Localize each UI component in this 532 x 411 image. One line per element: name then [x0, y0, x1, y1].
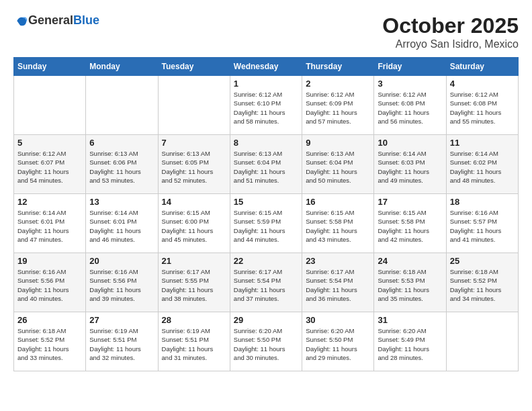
logo-icon: [15, 14, 28, 28]
weekday-header-thursday: Thursday: [302, 58, 374, 76]
day-info: Sunrise: 6:18 AM Sunset: 5:52 PM Dayligh…: [17, 326, 82, 362]
calendar-week-5: 26Sunrise: 6:18 AM Sunset: 5:52 PM Dayli…: [14, 312, 519, 371]
day-number: 23: [306, 256, 370, 266]
weekday-header-monday: Monday: [86, 58, 158, 76]
weekday-header-sunday: Sunday: [14, 58, 86, 76]
day-info: Sunrise: 6:17 AM Sunset: 5:54 PM Dayligh…: [306, 267, 370, 303]
day-number: 31: [378, 315, 442, 325]
calendar-cell: 25Sunrise: 6:18 AM Sunset: 5:52 PM Dayli…: [446, 253, 518, 312]
calendar-cell: 27Sunrise: 6:19 AM Sunset: 5:51 PM Dayli…: [86, 312, 158, 371]
calendar-cell: 10Sunrise: 6:14 AM Sunset: 6:03 PM Dayli…: [374, 135, 446, 194]
title-area: October 2025 Arroyo San Isidro, Mexico: [382, 13, 519, 50]
day-info: Sunrise: 6:15 AM Sunset: 5:58 PM Dayligh…: [306, 208, 370, 244]
calendar-cell: 17Sunrise: 6:15 AM Sunset: 5:58 PM Dayli…: [374, 194, 446, 253]
day-info: Sunrise: 6:13 AM Sunset: 6:04 PM Dayligh…: [306, 149, 370, 185]
day-info: Sunrise: 6:13 AM Sunset: 6:05 PM Dayligh…: [162, 149, 226, 185]
day-number: 10: [378, 138, 442, 148]
day-number: 7: [162, 138, 226, 148]
calendar-cell: [86, 76, 158, 135]
day-info: Sunrise: 6:16 AM Sunset: 5:57 PM Dayligh…: [450, 208, 515, 244]
day-number: 27: [89, 315, 154, 325]
calendar-cell: 30Sunrise: 6:20 AM Sunset: 5:50 PM Dayli…: [302, 312, 374, 371]
logo-general: General: [28, 13, 73, 27]
day-number: 28: [162, 315, 226, 325]
calendar-cell: 16Sunrise: 6:15 AM Sunset: 5:58 PM Dayli…: [302, 194, 374, 253]
weekday-header-wednesday: Wednesday: [230, 58, 302, 76]
calendar-cell: 3Sunrise: 6:12 AM Sunset: 6:08 PM Daylig…: [374, 76, 446, 135]
calendar-cell: 4Sunrise: 6:12 AM Sunset: 6:08 PM Daylig…: [446, 76, 518, 135]
weekday-header-saturday: Saturday: [446, 58, 518, 76]
day-info: Sunrise: 6:12 AM Sunset: 6:08 PM Dayligh…: [450, 90, 515, 126]
day-number: 22: [234, 256, 298, 266]
day-number: 4: [450, 79, 515, 89]
calendar-cell: 1Sunrise: 6:12 AM Sunset: 6:10 PM Daylig…: [230, 76, 302, 135]
calendar-cell: 23Sunrise: 6:17 AM Sunset: 5:54 PM Dayli…: [302, 253, 374, 312]
calendar-cell: [158, 76, 230, 135]
day-number: 9: [306, 138, 370, 148]
calendar-cell: 9Sunrise: 6:13 AM Sunset: 6:04 PM Daylig…: [302, 135, 374, 194]
day-info: Sunrise: 6:20 AM Sunset: 5:50 PM Dayligh…: [306, 326, 370, 362]
day-number: 15: [234, 197, 298, 207]
calendar-week-3: 12Sunrise: 6:14 AM Sunset: 6:01 PM Dayli…: [14, 194, 519, 253]
day-number: 6: [89, 138, 154, 148]
day-info: Sunrise: 6:17 AM Sunset: 5:55 PM Dayligh…: [162, 267, 226, 303]
calendar-cell: 8Sunrise: 6:13 AM Sunset: 6:04 PM Daylig…: [230, 135, 302, 194]
day-info: Sunrise: 6:14 AM Sunset: 6:03 PM Dayligh…: [378, 149, 442, 185]
day-info: Sunrise: 6:12 AM Sunset: 6:08 PM Dayligh…: [378, 90, 442, 126]
day-info: Sunrise: 6:19 AM Sunset: 5:51 PM Dayligh…: [89, 326, 154, 362]
day-number: 14: [162, 197, 226, 207]
day-info: Sunrise: 6:14 AM Sunset: 6:02 PM Dayligh…: [450, 149, 515, 185]
day-info: Sunrise: 6:12 AM Sunset: 6:09 PM Dayligh…: [306, 90, 370, 126]
day-number: 26: [17, 315, 82, 325]
day-info: Sunrise: 6:13 AM Sunset: 6:06 PM Dayligh…: [89, 149, 154, 185]
page-header: GeneralBlue October 2025 Arroyo San Isid…: [13, 13, 519, 50]
calendar-cell: 26Sunrise: 6:18 AM Sunset: 5:52 PM Dayli…: [14, 312, 86, 371]
calendar-cell: 14Sunrise: 6:15 AM Sunset: 6:00 PM Dayli…: [158, 194, 230, 253]
day-info: Sunrise: 6:18 AM Sunset: 5:52 PM Dayligh…: [450, 267, 515, 303]
calendar-cell: 11Sunrise: 6:14 AM Sunset: 6:02 PM Dayli…: [446, 135, 518, 194]
calendar-week-2: 5Sunrise: 6:12 AM Sunset: 6:07 PM Daylig…: [14, 135, 519, 194]
calendar-cell: [446, 312, 518, 371]
day-number: 11: [450, 138, 515, 148]
calendar-cell: 22Sunrise: 6:17 AM Sunset: 5:54 PM Dayli…: [230, 253, 302, 312]
day-number: 29: [234, 315, 298, 325]
calendar-cell: 24Sunrise: 6:18 AM Sunset: 5:53 PM Dayli…: [374, 253, 446, 312]
day-info: Sunrise: 6:16 AM Sunset: 5:56 PM Dayligh…: [17, 267, 82, 303]
weekday-header-row: SundayMondayTuesdayWednesdayThursdayFrid…: [14, 58, 519, 76]
location-title: Arroyo San Isidro, Mexico: [382, 38, 519, 50]
day-number: 21: [162, 256, 226, 266]
day-number: 13: [89, 197, 154, 207]
day-info: Sunrise: 6:15 AM Sunset: 5:59 PM Dayligh…: [234, 208, 298, 244]
calendar-cell: 20Sunrise: 6:16 AM Sunset: 5:56 PM Dayli…: [86, 253, 158, 312]
day-info: Sunrise: 6:19 AM Sunset: 5:51 PM Dayligh…: [162, 326, 226, 362]
day-info: Sunrise: 6:17 AM Sunset: 5:54 PM Dayligh…: [234, 267, 298, 303]
calendar-cell: 2Sunrise: 6:12 AM Sunset: 6:09 PM Daylig…: [302, 76, 374, 135]
calendar-cell: 5Sunrise: 6:12 AM Sunset: 6:07 PM Daylig…: [14, 135, 86, 194]
day-number: 12: [17, 197, 82, 207]
calendar: SundayMondayTuesdayWednesdayThursdayFrid…: [13, 57, 519, 371]
day-number: 1: [234, 79, 298, 89]
day-number: 24: [378, 256, 442, 266]
calendar-cell: 28Sunrise: 6:19 AM Sunset: 5:51 PM Dayli…: [158, 312, 230, 371]
day-number: 5: [17, 138, 82, 148]
calendar-week-4: 19Sunrise: 6:16 AM Sunset: 5:56 PM Dayli…: [14, 253, 519, 312]
day-info: Sunrise: 6:16 AM Sunset: 5:56 PM Dayligh…: [89, 267, 154, 303]
calendar-cell: 18Sunrise: 6:16 AM Sunset: 5:57 PM Dayli…: [446, 194, 518, 253]
calendar-cell: 12Sunrise: 6:14 AM Sunset: 6:01 PM Dayli…: [14, 194, 86, 253]
month-title: October 2025: [382, 13, 519, 38]
calendar-cell: 29Sunrise: 6:20 AM Sunset: 5:50 PM Dayli…: [230, 312, 302, 371]
day-info: Sunrise: 6:13 AM Sunset: 6:04 PM Dayligh…: [234, 149, 298, 185]
day-info: Sunrise: 6:14 AM Sunset: 6:01 PM Dayligh…: [89, 208, 154, 244]
day-info: Sunrise: 6:12 AM Sunset: 6:07 PM Dayligh…: [17, 149, 82, 185]
day-number: 20: [89, 256, 154, 266]
day-info: Sunrise: 6:15 AM Sunset: 5:58 PM Dayligh…: [378, 208, 442, 244]
day-number: 17: [378, 197, 442, 207]
calendar-cell: [14, 76, 86, 135]
logo-blue: Blue: [73, 13, 99, 27]
day-number: 2: [306, 79, 370, 89]
day-info: Sunrise: 6:14 AM Sunset: 6:01 PM Dayligh…: [17, 208, 82, 244]
calendar-cell: 19Sunrise: 6:16 AM Sunset: 5:56 PM Dayli…: [14, 253, 86, 312]
day-number: 19: [17, 256, 82, 266]
day-number: 16: [306, 197, 370, 207]
day-number: 30: [306, 315, 370, 325]
